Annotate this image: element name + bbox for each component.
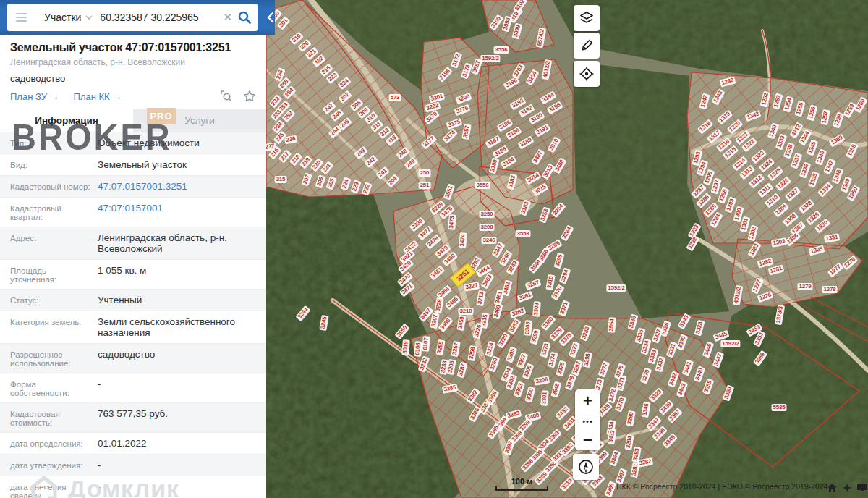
parcel-label[interactable]: 1318 xyxy=(697,119,714,134)
home-icon[interactable] xyxy=(827,484,837,492)
geolocation-button[interactable] xyxy=(573,454,599,480)
layers-button[interactable] xyxy=(574,5,600,31)
parcel-label[interactable]: 3272 xyxy=(607,387,618,404)
parcel-label[interactable]: 3220 xyxy=(496,332,510,348)
search-category-dropdown[interactable]: Участки xyxy=(44,12,81,23)
parcel-label[interactable]: 3299 xyxy=(529,329,540,345)
parcel-label[interactable]: 301 xyxy=(277,16,290,30)
parcel-label[interactable]: 3309 xyxy=(532,301,541,317)
parcel-label[interactable]: 3487 xyxy=(531,148,545,165)
parcel-label[interactable]: 3277 xyxy=(598,360,610,377)
parcel-label[interactable]: 3295 xyxy=(553,253,564,269)
parcel-label[interactable]: 3208 xyxy=(480,224,495,231)
parcel-label[interactable]: 3365 xyxy=(605,481,617,497)
parcel-label[interactable]: 3478 xyxy=(425,234,442,249)
parcel-label[interactable]: 3206 xyxy=(534,376,550,385)
parcel-label[interactable]: 6107 xyxy=(422,336,430,352)
parcel-label[interactable]: 3279 xyxy=(640,367,652,384)
parcel-label[interactable]: 1335 xyxy=(808,171,820,187)
parcel-label[interactable]: 3099 xyxy=(511,23,522,40)
parcel-label[interactable]: 1312 xyxy=(749,173,765,188)
parcel-label[interactable]: 1326 xyxy=(775,176,792,191)
search-input[interactable] xyxy=(100,12,218,23)
parcel-label[interactable]: 3198 xyxy=(437,67,453,83)
parcel-label[interactable]: 1327 xyxy=(785,186,801,201)
parcel-label[interactable]: 1260 xyxy=(854,96,867,113)
parcel-label[interactable]: 3191 xyxy=(534,123,550,137)
parcel-label[interactable]: 3196 xyxy=(503,76,519,90)
parcel-label[interactable]: 3177 xyxy=(421,134,438,149)
parcel-label[interactable]: 3357 xyxy=(667,408,683,423)
parcel-label[interactable]: 307 xyxy=(338,90,352,104)
parcel-label[interactable]: 1282 xyxy=(757,257,774,268)
parcel-label[interactable]: 3331 xyxy=(666,341,678,358)
parcel-label[interactable]: 315 xyxy=(275,176,287,183)
parcel-label[interactable]: 3255 xyxy=(435,339,445,355)
parcel-label[interactable]: 1325 xyxy=(767,166,784,181)
parcel-label[interactable]: 1227 xyxy=(751,277,764,294)
parcel-label[interactable]: 4012/2 xyxy=(542,59,553,80)
parcel-label[interactable]: 3264 xyxy=(560,224,574,241)
parcel-label[interactable]: 3014 xyxy=(524,171,541,185)
parcel-label[interactable]: 3310 xyxy=(545,274,555,290)
parcel-label[interactable]: 3258 xyxy=(467,345,477,361)
parcel-label[interactable]: 3458 xyxy=(438,316,453,333)
parcel-label[interactable]: 3548 xyxy=(550,381,561,398)
parcel-label[interactable]: 248 xyxy=(396,147,409,160)
parcel-label[interactable]: 3287 xyxy=(456,362,467,379)
parcel-label[interactable]: 1320 xyxy=(727,119,744,134)
collapse-panel-icon[interactable] xyxy=(267,10,274,25)
parcel-label[interactable]: 1310 xyxy=(765,193,781,208)
parcel-label[interactable]: 1328 xyxy=(799,198,815,214)
parcel-label[interactable]: 1334 xyxy=(817,182,833,198)
parcel-label[interactable]: 3474 xyxy=(459,232,467,248)
parcel-label[interactable]: 3440 xyxy=(694,366,706,382)
parcel-label[interactable]: 205 xyxy=(326,176,336,190)
parcel-label[interactable]: 1252 xyxy=(760,91,770,108)
parcel-label[interactable]: 1254 xyxy=(783,96,793,113)
parcel-label[interactable]: 3213 xyxy=(476,290,485,306)
search-icon[interactable] xyxy=(237,10,252,25)
parcel-label[interactable]: 3262 xyxy=(509,307,526,319)
row-value-link[interactable]: 47:07:0157001 xyxy=(98,203,256,214)
favorite-star-icon[interactable] xyxy=(243,90,256,103)
zoom-in-button[interactable]: + xyxy=(575,389,600,413)
parcel-label[interactable]: 1337 xyxy=(791,152,803,169)
parcel-label[interactable]: 1592/2 xyxy=(606,284,626,292)
parcel-label[interactable]: 3346 xyxy=(641,402,650,418)
plan-kk-link[interactable]: План КК → xyxy=(74,91,122,102)
parcel-label[interactable]: 3557 xyxy=(461,124,471,140)
parcel-label[interactable]: 3288 xyxy=(580,324,592,341)
parcel-label[interactable]: 249 xyxy=(404,157,417,170)
row-value-link[interactable]: 47:07:0157001:3251 xyxy=(98,181,256,192)
parcel-label[interactable]: 324 xyxy=(337,77,351,90)
parcel-label[interactable]: 242 xyxy=(364,155,378,168)
parcel-label[interactable]: 3442 xyxy=(668,371,680,387)
parcel-label[interactable]: 3195 xyxy=(546,101,563,114)
parcel-label[interactable]: 3244 xyxy=(295,305,310,322)
parcel-label[interactable]: 1340 xyxy=(767,122,780,139)
parcel-label[interactable]: 3397 xyxy=(503,439,516,455)
parcel-label[interactable]: 1345 xyxy=(807,139,819,156)
parcel-label[interactable]: 1592/2 xyxy=(480,55,500,62)
tab-information[interactable]: Информация xyxy=(0,109,133,132)
parcel-label[interactable]: 1249 xyxy=(720,76,736,87)
parcel-label[interactable]: 3260 xyxy=(488,355,501,372)
parcel-label[interactable]: 1283 xyxy=(747,241,761,258)
measure-button[interactable] xyxy=(574,33,600,59)
parcel-label[interactable]: 3433 xyxy=(607,429,616,444)
parcel-label[interactable]: 3263 xyxy=(507,318,521,334)
parcel-label[interactable]: 3194 xyxy=(540,90,556,104)
parcel-label[interactable]: 1336 xyxy=(799,161,812,178)
parcel-label[interactable]: 1277 xyxy=(827,262,844,277)
parcel-label[interactable]: 1319 xyxy=(717,109,733,124)
parcel-label[interactable]: 3200 xyxy=(455,93,472,105)
parcel-label[interactable]: 3345 xyxy=(662,433,678,449)
parcel-label[interactable]: 3245 xyxy=(319,315,328,331)
parcel-label[interactable]: 1305 xyxy=(809,245,825,256)
parcel-label[interactable]: 1342 xyxy=(744,110,761,122)
parcel-label[interactable]: 3332 xyxy=(655,356,665,373)
parcel-label[interactable]: 3383 xyxy=(506,409,522,420)
parcel-label[interactable]: 3175 xyxy=(446,118,462,130)
parcel-label[interactable]: 3210 xyxy=(459,308,474,315)
